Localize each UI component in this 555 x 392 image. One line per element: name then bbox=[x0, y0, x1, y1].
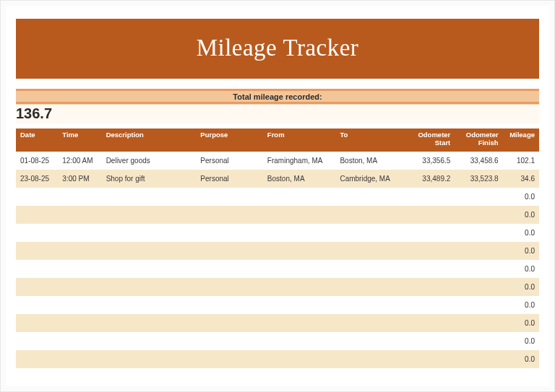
cell-mileage[interactable]: 102.1 bbox=[503, 152, 539, 170]
cell-odometer-start[interactable] bbox=[407, 224, 455, 242]
cell-purpose[interactable] bbox=[196, 188, 263, 206]
table-row[interactable]: 0.0 bbox=[16, 296, 539, 314]
cell-from[interactable] bbox=[263, 314, 336, 332]
cell-time[interactable] bbox=[58, 350, 101, 368]
cell-odometer-finish[interactable] bbox=[455, 188, 502, 206]
cell-mileage[interactable]: 0.0 bbox=[503, 314, 539, 332]
cell-from[interactable]: Boston, MA bbox=[263, 170, 336, 188]
cell-odometer-start[interactable] bbox=[407, 188, 455, 206]
cell-to[interactable] bbox=[335, 278, 407, 296]
cell-odometer-finish[interactable] bbox=[455, 332, 502, 350]
cell-to[interactable] bbox=[335, 314, 407, 332]
cell-purpose[interactable] bbox=[196, 260, 263, 278]
cell-from[interactable] bbox=[263, 188, 336, 206]
cell-odometer-start[interactable] bbox=[407, 296, 455, 314]
cell-purpose[interactable] bbox=[196, 314, 263, 332]
cell-date[interactable] bbox=[16, 296, 58, 314]
cell-odometer-start[interactable] bbox=[407, 206, 455, 224]
cell-purpose[interactable] bbox=[196, 278, 263, 296]
cell-odometer-start[interactable] bbox=[407, 314, 455, 332]
cell-mileage[interactable]: 0.0 bbox=[503, 242, 539, 260]
table-row[interactable]: 0.0 bbox=[16, 188, 539, 206]
cell-to[interactable] bbox=[335, 332, 407, 350]
cell-description[interactable] bbox=[102, 296, 197, 314]
cell-mileage[interactable]: 0.0 bbox=[503, 224, 539, 242]
cell-from[interactable] bbox=[263, 224, 336, 242]
cell-description[interactable] bbox=[102, 332, 197, 350]
cell-description[interactable] bbox=[102, 260, 197, 278]
cell-odometer-finish[interactable] bbox=[455, 278, 502, 296]
cell-date[interactable] bbox=[16, 350, 58, 368]
cell-description[interactable] bbox=[102, 278, 197, 296]
cell-to[interactable]: Cambridge, MA bbox=[335, 170, 407, 188]
cell-odometer-start[interactable] bbox=[407, 278, 455, 296]
cell-odometer-start[interactable]: 33,489.2 bbox=[407, 170, 455, 188]
cell-to[interactable] bbox=[335, 296, 407, 314]
cell-odometer-start[interactable] bbox=[407, 260, 455, 278]
cell-purpose[interactable] bbox=[196, 242, 263, 260]
table-row[interactable]: 0.0 bbox=[16, 260, 539, 278]
cell-date[interactable] bbox=[16, 332, 58, 350]
cell-date[interactable] bbox=[16, 260, 58, 278]
cell-description[interactable] bbox=[102, 224, 197, 242]
cell-time[interactable] bbox=[58, 332, 101, 350]
cell-description[interactable] bbox=[102, 242, 197, 260]
cell-description[interactable] bbox=[102, 188, 197, 206]
table-row[interactable]: 01-08-2512:00 AMDeliver goodsPersonalFra… bbox=[16, 152, 539, 170]
cell-purpose[interactable] bbox=[196, 350, 263, 368]
cell-mileage[interactable]: 34.6 bbox=[503, 170, 539, 188]
cell-from[interactable] bbox=[263, 242, 336, 260]
cell-odometer-finish[interactable] bbox=[455, 206, 502, 224]
cell-mileage[interactable]: 0.0 bbox=[503, 188, 539, 206]
cell-purpose[interactable] bbox=[196, 332, 263, 350]
cell-time[interactable] bbox=[58, 224, 101, 242]
cell-purpose[interactable] bbox=[196, 296, 263, 314]
cell-time[interactable]: 3:00 PM bbox=[58, 170, 101, 188]
cell-date[interactable] bbox=[16, 206, 58, 224]
cell-from[interactable] bbox=[263, 350, 336, 368]
table-row[interactable]: 0.0 bbox=[16, 350, 539, 368]
cell-mileage[interactable]: 0.0 bbox=[503, 206, 539, 224]
cell-from[interactable] bbox=[263, 278, 336, 296]
cell-odometer-finish[interactable] bbox=[455, 224, 502, 242]
cell-odometer-finish[interactable] bbox=[455, 350, 502, 368]
cell-description[interactable] bbox=[102, 314, 197, 332]
cell-from[interactable] bbox=[263, 296, 336, 314]
cell-mileage[interactable]: 0.0 bbox=[503, 350, 539, 368]
cell-purpose[interactable]: Personal bbox=[196, 170, 263, 188]
cell-from[interactable] bbox=[263, 332, 336, 350]
cell-time[interactable] bbox=[58, 278, 101, 296]
cell-to[interactable] bbox=[335, 224, 407, 242]
cell-to[interactable] bbox=[335, 206, 407, 224]
cell-time[interactable] bbox=[58, 314, 101, 332]
cell-odometer-finish[interactable] bbox=[455, 296, 502, 314]
cell-to[interactable] bbox=[335, 260, 407, 278]
cell-mileage[interactable]: 0.0 bbox=[503, 332, 539, 350]
table-row[interactable]: 0.0 bbox=[16, 332, 539, 350]
cell-mileage[interactable]: 0.0 bbox=[503, 260, 539, 278]
cell-odometer-finish[interactable]: 33,523.8 bbox=[455, 170, 502, 188]
cell-date[interactable] bbox=[16, 278, 58, 296]
cell-odometer-start[interactable] bbox=[407, 242, 455, 260]
cell-time[interactable] bbox=[58, 188, 101, 206]
cell-odometer-start[interactable] bbox=[407, 350, 455, 368]
cell-odometer-finish[interactable] bbox=[455, 242, 502, 260]
cell-description[interactable] bbox=[102, 206, 197, 224]
cell-to[interactable] bbox=[335, 350, 407, 368]
cell-odometer-finish[interactable] bbox=[455, 260, 502, 278]
cell-date[interactable] bbox=[16, 188, 58, 206]
table-row[interactable]: 0.0 bbox=[16, 206, 539, 224]
table-row[interactable]: 23-08-253:00 PMShop for giftPersonalBost… bbox=[16, 170, 539, 188]
cell-date[interactable] bbox=[16, 314, 58, 332]
cell-odometer-start[interactable]: 33,356.5 bbox=[407, 152, 455, 170]
cell-odometer-finish[interactable]: 33,458.6 bbox=[455, 152, 502, 170]
cell-date[interactable] bbox=[16, 224, 58, 242]
cell-date[interactable]: 23-08-25 bbox=[16, 170, 58, 188]
table-row[interactable]: 0.0 bbox=[16, 278, 539, 296]
cell-date[interactable] bbox=[16, 242, 58, 260]
cell-time[interactable]: 12:00 AM bbox=[58, 152, 101, 170]
table-row[interactable]: 0.0 bbox=[16, 242, 539, 260]
table-row[interactable]: 0.0 bbox=[16, 314, 539, 332]
cell-time[interactable] bbox=[58, 260, 101, 278]
cell-odometer-finish[interactable] bbox=[455, 314, 502, 332]
